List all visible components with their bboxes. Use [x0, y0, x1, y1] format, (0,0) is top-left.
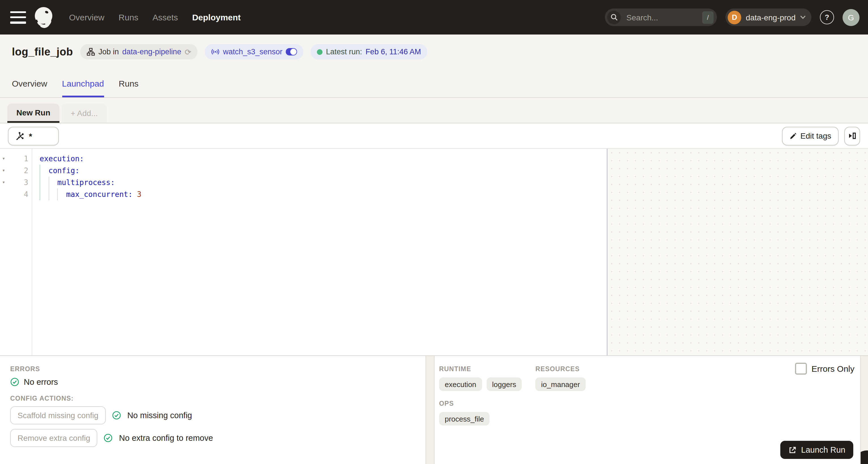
yaml-code: ▾ 1 execution: ▾ 2 config: ▾ 3 multiproc… [0, 149, 607, 200]
fold-arrow-icon[interactable]: ▾ [0, 177, 7, 188]
no-missing-config-text: No missing config [127, 411, 192, 420]
ops-column: OPS process_file [439, 400, 860, 426]
ops-heading: OPS [439, 400, 860, 407]
edit-tags-label: Edit tags [800, 131, 831, 140]
yaml-key: config: [49, 165, 80, 177]
sensor-toggle[interactable] [286, 48, 297, 56]
job-location-pill: Job in data-eng-pipeline ⟳ [80, 44, 197, 59]
latest-run-link[interactable]: Feb 6, 11:46 AM [366, 48, 421, 56]
tab-launchpad-label: Launchpad [62, 79, 104, 88]
toolbar-right-group: Edit tags [782, 126, 860, 145]
job-tabs: Overview Launchpad Runs [0, 69, 868, 98]
fold-arrow-icon[interactable]: ▾ [0, 153, 7, 165]
dagster-logo-icon [32, 5, 57, 30]
bottom-panel-scrollbar[interactable] [860, 356, 868, 464]
code-line[interactable]: ▾ 2 config: [0, 165, 607, 177]
no-extra-config-text: No extra config to remove [119, 433, 213, 442]
search-shortcut-badge: / [702, 11, 714, 24]
no-errors-text: No errors [24, 377, 58, 386]
code-line[interactable]: ▾ 1 execution: [0, 153, 607, 165]
tab-launchpad[interactable]: Launchpad [62, 69, 104, 97]
deployment-name: data-eng-prod [746, 13, 796, 22]
remove-extra-config-button[interactable]: Remove extra config [10, 429, 98, 447]
hamburger-menu-icon[interactable] [10, 10, 26, 24]
job-header: log_file_job Job in data-eng-pipeline ⟳ … [0, 34, 868, 69]
chevron-down-icon [800, 15, 806, 19]
runtime-tag[interactable]: execution [439, 377, 482, 391]
panel-splitter[interactable] [426, 356, 435, 464]
launchpad-toolbar: * Edit tags [0, 123, 868, 149]
line-number: 1 [7, 153, 34, 165]
scope-section: RUNTIME execution loggers RESOURCES io_m… [435, 356, 860, 464]
runtime-column: RUNTIME execution loggers [439, 366, 522, 391]
yaml-key: multiprocess: [57, 177, 115, 188]
op-selection-input[interactable]: * [8, 126, 59, 145]
errors-only-checkbox[interactable] [795, 363, 807, 375]
resources-heading: RESOURCES [535, 366, 586, 372]
code-line[interactable]: ▾ 3 multiprocess: [0, 177, 607, 188]
config-actions-heading: CONFIG ACTIONS: [10, 395, 426, 402]
config-tab-add[interactable]: + Add... [62, 103, 107, 123]
tab-runs[interactable]: Runs [119, 69, 138, 97]
refresh-icon[interactable]: ⟳ [185, 47, 191, 56]
runtime-tag[interactable]: loggers [486, 377, 522, 391]
launch-icon [788, 445, 797, 454]
line-number: 2 [7, 165, 34, 177]
nav-overview[interactable]: Overview [69, 12, 104, 22]
run-status-dot [317, 49, 322, 55]
sensor-icon [211, 48, 220, 56]
check-circle-icon [104, 433, 113, 442]
job-in-label: Job in [98, 48, 119, 56]
expand-panel-button[interactable] [844, 126, 860, 145]
errors-only-label: Errors Only [811, 364, 855, 373]
nav-runs[interactable]: Runs [119, 12, 138, 22]
launchpad-config-tabs: New Run + Add... [0, 98, 868, 123]
resources-column: RESOURCES io_manager [535, 366, 586, 391]
search-input[interactable] [625, 12, 690, 22]
launch-run-button[interactable]: Launch Run [780, 441, 853, 459]
tab-overview[interactable]: Overview [12, 69, 47, 97]
active-tab-underline [62, 95, 104, 97]
search-icon [607, 10, 621, 24]
expand-panel-icon [848, 131, 857, 140]
edit-tags-button[interactable]: Edit tags [782, 126, 839, 145]
search-box[interactable]: / [605, 8, 717, 26]
op-selector-icon [15, 131, 25, 141]
sensor-pill: watch_s3_sensor [205, 44, 303, 59]
scaffold-missing-config-button[interactable]: Scaffold missing config [10, 406, 106, 424]
launchpad-bottom-panel: ERRORS No errors CONFIG ACTIONS: Scaffol… [0, 355, 868, 464]
nav-assets[interactable]: Assets [153, 12, 178, 22]
check-circle-icon [10, 377, 19, 386]
errors-only-control: Errors Only [795, 363, 855, 375]
fold-arrow-icon[interactable]: ▾ [0, 165, 7, 177]
config-tab-new-run[interactable]: New Run [7, 103, 59, 123]
line-number: 4 [7, 188, 34, 200]
config-editor[interactable]: ▾ 1 execution: ▾ 2 config: ▾ 3 multiproc… [0, 149, 607, 355]
op-graph-panel [608, 149, 868, 355]
latest-run-pill: Latest run: Feb 6, 11:46 AM [311, 44, 427, 59]
gutter-divider [32, 149, 32, 355]
op-tag[interactable]: process_file [439, 412, 490, 426]
dagster-launchpad-page: Overview Runs Assets Deployment / D data… [0, 0, 868, 464]
deployment-switcher[interactable]: D data-eng-prod [725, 8, 811, 26]
user-avatar[interactable]: G [842, 9, 860, 26]
page-title: log_file_job [12, 45, 73, 58]
help-icon[interactable]: ? [820, 10, 834, 24]
corner-widget [860, 451, 868, 464]
check-circle-icon [112, 411, 121, 420]
errors-section: ERRORS No errors CONFIG ACTIONS: Scaffol… [0, 356, 426, 464]
latest-run-label: Latest run: [326, 48, 362, 56]
deployment-badge: D [728, 10, 741, 24]
resource-tag[interactable]: io_manager [535, 377, 586, 391]
sensor-link[interactable]: watch_s3_sensor [223, 48, 282, 56]
launch-run-label: Launch Run [801, 445, 845, 454]
errors-heading: ERRORS [10, 366, 426, 372]
primary-nav: Overview Runs Assets Deployment [69, 12, 241, 22]
nav-deployment[interactable]: Deployment [192, 12, 241, 22]
runtime-heading: RUNTIME [439, 366, 522, 372]
code-line[interactable]: 4 max_concurrent:3 [0, 188, 607, 200]
yaml-key: execution: [40, 153, 84, 165]
pipeline-link[interactable]: data-eng-pipeline [122, 48, 181, 56]
pencil-icon [789, 132, 797, 140]
yaml-key: max_concurrent: [66, 188, 133, 200]
